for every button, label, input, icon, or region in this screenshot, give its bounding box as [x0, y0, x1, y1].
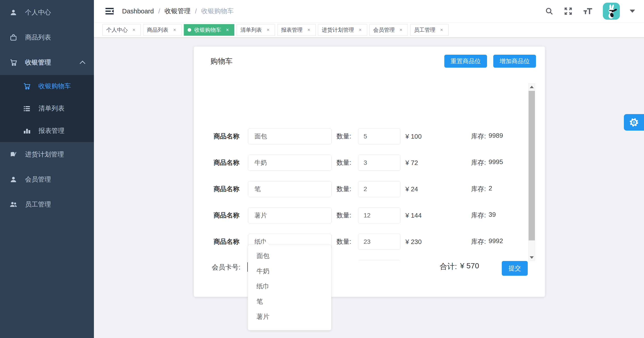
product-name-input[interactable]	[248, 181, 332, 197]
text-size-icon[interactable]	[583, 6, 593, 16]
stock-label: 库存:	[471, 185, 486, 193]
dropdown-option-milk[interactable]: 牛奶	[248, 264, 331, 279]
scroll-up-button[interactable]	[528, 83, 535, 90]
dropdown-option-bread[interactable]: 面包	[248, 248, 331, 264]
scroll-down-button[interactable]	[528, 254, 535, 261]
reset-slots-button[interactable]: 重置商品位	[444, 55, 487, 68]
search-icon[interactable]	[545, 7, 554, 16]
stock-label: 库存:	[471, 211, 486, 220]
shopping-cart-card: 购物车 重置商品位 增加商品位 商品名称 数量: ¥ 100 库存:9989 商…	[194, 46, 545, 297]
main-area: Dashboard / 收银管理 / 收银购物车	[94, 0, 644, 338]
page-title: 购物车	[210, 56, 232, 66]
tab-staff-management[interactable]: 员工管理 ×	[410, 24, 448, 36]
breadcrumb-dashboard[interactable]: Dashboard	[122, 7, 154, 15]
stock-value: 9989	[488, 132, 503, 141]
close-icon[interactable]: ×	[306, 27, 312, 33]
product-name-input[interactable]	[248, 155, 332, 171]
sidebar-item-purchase-plan[interactable]: 进货计划管理	[0, 142, 94, 167]
avatar[interactable]	[603, 3, 620, 20]
product-name-label: 商品名称	[208, 158, 240, 167]
active-dot	[188, 28, 191, 32]
tab-purchase-plan[interactable]: 进货计划管理 ×	[318, 24, 367, 36]
sidebar-item-staff-management[interactable]: 员工管理	[0, 192, 94, 217]
dropdown-option-chips[interactable]: 薯片	[248, 309, 331, 324]
close-icon[interactable]: ×	[224, 27, 230, 33]
quantity-input[interactable]	[358, 234, 400, 250]
total: 合计: ¥ 570	[440, 261, 479, 272]
navbar: Dashboard / 收银管理 / 收银购物车	[94, 0, 644, 22]
member-card-label: 会员卡号:	[212, 263, 240, 272]
product-name-label: 商品名称	[208, 237, 240, 246]
breadcrumb-cashier-management[interactable]: 收银管理	[164, 7, 190, 16]
chevron-up-icon	[80, 61, 85, 66]
stock-label: 库存:	[471, 132, 486, 141]
close-icon[interactable]: ×	[265, 27, 271, 33]
product-name-input[interactable]	[248, 128, 332, 145]
close-icon[interactable]: ×	[438, 27, 445, 33]
settings-panel-button[interactable]	[624, 114, 644, 131]
submit-button[interactable]: 提交	[502, 261, 528, 276]
dropdown-option-pen[interactable]: 笔	[248, 294, 331, 309]
close-icon[interactable]: ×	[172, 27, 178, 33]
row-price: ¥ 72	[406, 159, 471, 167]
cart-row: 商品名称 数量: ¥ 24 库存:2	[208, 181, 492, 197]
dropdown-option-tissue[interactable]: 纸巾	[248, 279, 331, 294]
tab-label: 商品列表	[147, 26, 168, 33]
breadcrumb-current-page: 收银购物车	[201, 7, 234, 16]
stock-value: 9992	[488, 237, 503, 246]
sidebar: 个人中心 商品列表 收银管理 收银购物车 清单列表	[0, 0, 94, 338]
cart-row: 商品名称 数量: ¥ 144 库存:39	[208, 207, 496, 223]
scrollbar-thumb[interactable]	[528, 91, 535, 240]
quantity-input[interactable]	[358, 207, 400, 223]
tab-report-management[interactable]: 报表管理 ×	[277, 24, 316, 36]
cart-icon	[22, 82, 31, 91]
breadcrumb: Dashboard / 收银管理 / 收银购物车	[122, 7, 234, 16]
quantity-input[interactable]	[358, 260, 400, 261]
tab-label: 进货计划管理	[322, 26, 354, 33]
tab-personal-center[interactable]: 个人中心 ×	[102, 24, 141, 36]
fullscreen-icon[interactable]	[564, 6, 573, 16]
caret-down-icon[interactable]	[630, 9, 635, 13]
tab-member-management[interactable]: 会员管理 ×	[370, 24, 408, 36]
sidebar-item-cashier-cart[interactable]: 收银购物车	[0, 75, 94, 97]
hamburger-toggle-icon[interactable]	[105, 6, 114, 16]
close-icon[interactable]: ×	[398, 27, 404, 33]
stock-value: 39	[488, 211, 496, 220]
sidebar-item-report-management[interactable]: 报表管理	[0, 120, 94, 142]
tab-product-list[interactable]: 商品列表 ×	[143, 24, 182, 36]
triangle-up-icon	[530, 86, 534, 88]
document-edit-icon	[9, 150, 18, 159]
quantity-input[interactable]	[358, 181, 400, 197]
sidebar-item-label: 收银购物车	[38, 82, 71, 91]
users-icon	[9, 200, 18, 209]
tab-cashier-cart-active[interactable]: 收银购物车 ×	[184, 24, 234, 36]
tab-label: 收银购物车	[194, 26, 221, 33]
row-price: ¥ 230	[406, 238, 471, 246]
quantity-input[interactable]	[358, 155, 400, 171]
cashier-submenu: 收银购物车 清单列表 报表管理	[0, 75, 94, 142]
breadcrumb-separator: /	[195, 7, 197, 15]
product-name-input[interactable]	[248, 207, 332, 223]
quantity-label: 数量:	[336, 211, 358, 220]
sidebar-item-product-list[interactable]: 商品列表	[0, 25, 94, 50]
vertical-scrollbar	[528, 83, 535, 261]
sidebar-item-personal-center[interactable]: 个人中心	[0, 0, 94, 25]
sidebar-item-order-list[interactable]: 清单列表	[0, 97, 94, 120]
tab-order-list[interactable]: 清单列表 ×	[236, 24, 275, 36]
bar-chart-icon	[22, 126, 31, 135]
add-slot-button[interactable]: 增加商品位	[493, 55, 536, 68]
sidebar-item-cashier-management[interactable]: 收银管理	[0, 50, 94, 75]
close-icon[interactable]: ×	[131, 27, 137, 33]
row-price: ¥ 24	[406, 185, 471, 193]
close-icon[interactable]: ×	[357, 27, 363, 33]
sidebar-item-label: 收银管理	[25, 58, 51, 67]
stock-value: 9995	[488, 158, 503, 167]
product-name-label: 商品名称	[208, 211, 240, 220]
sidebar-item-label: 清单列表	[38, 104, 64, 113]
quantity-label: 数量:	[336, 185, 358, 193]
quantity-input[interactable]	[358, 128, 400, 145]
rabbit-avatar-image	[603, 3, 620, 20]
tab-label: 员工管理	[414, 26, 435, 33]
row-price: ¥ 100	[406, 133, 471, 140]
sidebar-item-member-management[interactable]: 会员管理	[0, 167, 94, 192]
